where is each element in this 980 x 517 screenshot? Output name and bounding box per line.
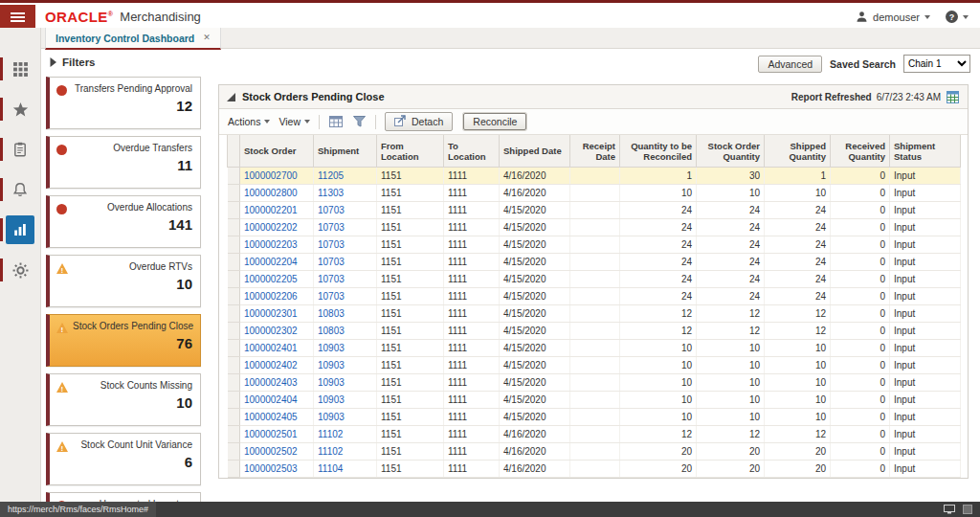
rail-item-tasks[interactable] (0, 129, 40, 169)
row-selector[interactable] (228, 461, 240, 478)
report-tile[interactable]: Stock Counts Missing10 (46, 373, 201, 426)
detach-button[interactable]: Detach (385, 112, 453, 131)
rail-item-settings[interactable] (0, 250, 40, 290)
row-selector[interactable] (228, 340, 240, 357)
shipment-link[interactable]: 10803 (318, 308, 345, 319)
table-row[interactable]: 100000220210703115111114/15/20202424240I… (228, 219, 961, 236)
table-row[interactable]: 100000230210803115111114/15/20201212120I… (228, 323, 961, 340)
query-by-example-icon[interactable] (352, 115, 367, 128)
shipment-link[interactable]: 11303 (318, 188, 344, 198)
column-header-to-location[interactable]: To Location (444, 135, 500, 168)
stock-order-link[interactable]: 1000002204 (244, 257, 298, 267)
table-row[interactable]: 100000220610703115111114/15/20202424240I… (228, 288, 961, 305)
saved-search-select[interactable]: Chain 1 (903, 55, 970, 73)
export-report-icon[interactable] (946, 90, 960, 104)
stock-order-link[interactable]: 1000002203 (244, 239, 298, 250)
rail-item-apps[interactable] (0, 49, 40, 89)
table-row[interactable]: 100000250211102115111114/16/20202020200I… (228, 443, 961, 461)
table-row[interactable]: 100000280011303115111114/16/20201010100I… (228, 185, 961, 202)
shipment-link[interactable]: 11102 (318, 446, 343, 457)
row-selector[interactable] (228, 254, 240, 271)
stock-order-link[interactable]: 1000002205 (244, 274, 298, 284)
shipment-link[interactable]: 11102 (318, 429, 343, 439)
table-row[interactable]: 100000240510903115111114/15/20201010100I… (228, 409, 961, 426)
table-row[interactable]: 100000240310903115111114/15/20201010100I… (228, 374, 961, 392)
table-row[interactable]: 100000220110703115111114/15/20202424240I… (228, 202, 961, 219)
column-header-received-quantity[interactable]: Received Quantity (831, 135, 890, 168)
table-row[interactable]: 100000220510703115111114/15/20202424240I… (228, 271, 961, 288)
stock-order-link[interactable]: 1000002403 (244, 377, 298, 388)
table-row[interactable]: 100000250111102115111114/16/20201212120I… (228, 426, 961, 443)
advanced-button[interactable]: Advanced (758, 56, 822, 73)
column-header-quantity-to-be-reconciled[interactable]: Quantity to be Reconciled (620, 135, 697, 168)
table-row[interactable]: 100000240210903115111114/15/20201010100I… (228, 357, 961, 374)
tab-close-icon[interactable]: ✕ (203, 34, 211, 42)
help-menu[interactable]: ? (946, 11, 969, 23)
column-header-shipment-status[interactable]: Shipment Status (890, 135, 961, 168)
table-row[interactable]: 100000220310703115111114/15/20202424240I… (228, 236, 961, 254)
column-header-shipment[interactable]: Shipment (314, 135, 377, 168)
stock-order-link[interactable]: 1000002800 (244, 188, 298, 198)
table-row[interactable]: 100000270011205115111114/16/202013010Inp… (228, 168, 961, 185)
stock-order-link[interactable]: 1000002501 (244, 429, 298, 439)
rail-item-favorites[interactable] (0, 89, 40, 129)
row-selector[interactable] (228, 323, 240, 340)
shipment-link[interactable]: 10903 (318, 360, 345, 371)
stock-order-link[interactable]: 1000002405 (244, 412, 298, 422)
shipment-link[interactable]: 11205 (318, 170, 344, 181)
stock-order-link[interactable]: 1000002202 (244, 222, 298, 233)
rail-item-notifications[interactable] (0, 169, 40, 210)
shipment-link[interactable]: 10903 (318, 377, 345, 388)
stock-order-link[interactable]: 1000002402 (244, 360, 298, 371)
row-selector[interactable] (228, 443, 240, 461)
view-menu[interactable]: View (278, 116, 310, 127)
row-selector[interactable] (228, 392, 240, 409)
row-selector[interactable] (228, 236, 240, 254)
display-icon[interactable] (944, 505, 955, 514)
user-menu[interactable]: demouser (856, 11, 930, 23)
shipment-link[interactable]: 10803 (318, 326, 345, 336)
column-header-shipped-quantity[interactable]: Shipped Quantity (765, 135, 831, 168)
shipment-link[interactable]: 10903 (318, 394, 345, 405)
stock-order-link[interactable]: 1000002201 (244, 205, 298, 215)
row-selector[interactable] (228, 185, 240, 202)
shipment-link[interactable]: 10903 (318, 412, 345, 422)
shipment-link[interactable]: 10703 (318, 257, 345, 267)
row-selector[interactable] (228, 305, 240, 323)
report-tile[interactable]: Transfers Pending Approval12 (46, 77, 201, 129)
shipment-link[interactable]: 10703 (318, 222, 345, 233)
row-selector[interactable] (228, 357, 240, 374)
stock-order-link[interactable]: 1000002301 (244, 308, 298, 319)
freeze-icon[interactable] (328, 115, 344, 128)
row-selector[interactable] (228, 409, 240, 426)
row-selector[interactable] (228, 426, 240, 443)
rail-item-reports[interactable] (0, 210, 40, 250)
report-tile[interactable]: Stock Count Unit Variance6 (46, 433, 201, 485)
shipment-link[interactable]: 10703 (318, 291, 345, 302)
shipment-link[interactable]: 10703 (318, 205, 345, 215)
table-row[interactable]: 100000240110903115111114/15/20201010100I… (228, 340, 961, 357)
panel-toggle-icon[interactable] (963, 505, 972, 514)
shipment-link[interactable]: 11104 (318, 463, 343, 474)
stock-order-link[interactable]: 1000002206 (244, 291, 298, 302)
shipment-link[interactable]: 10703 (318, 274, 345, 284)
report-tile[interactable]: Overdue Allocations141 (46, 195, 201, 248)
row-selector[interactable] (228, 271, 240, 288)
stock-order-link[interactable]: 1000002502 (244, 446, 298, 457)
column-header-stock-order[interactable]: Stock Order (240, 135, 314, 168)
table-row[interactable]: 100000250311104115111114/16/20202020200I… (228, 461, 961, 478)
column-header-from-location[interactable]: From Location (377, 135, 444, 168)
tab-inventory-control-dashboard[interactable]: Inventory Control Dashboard ✕ (45, 28, 221, 50)
reconcile-button[interactable]: Reconcile (463, 113, 526, 130)
row-selector[interactable] (228, 168, 240, 185)
row-selector[interactable] (228, 288, 240, 305)
table-row[interactable]: 100000220410703115111114/15/20202424240I… (228, 254, 961, 271)
row-selector[interactable] (228, 374, 240, 392)
stock-order-link[interactable]: 1000002404 (244, 394, 298, 405)
column-header-shipped-date[interactable]: Shipped Date (500, 135, 570, 168)
shipment-link[interactable]: 10703 (318, 239, 345, 250)
stock-order-link[interactable]: 1000002401 (244, 343, 298, 353)
report-tile[interactable]: Overdue RTVs10 (46, 255, 201, 307)
column-header-stock-order-quantity[interactable]: Stock Order Quantity (697, 135, 765, 168)
report-tile[interactable]: Overdue Transfers11 (46, 136, 201, 189)
